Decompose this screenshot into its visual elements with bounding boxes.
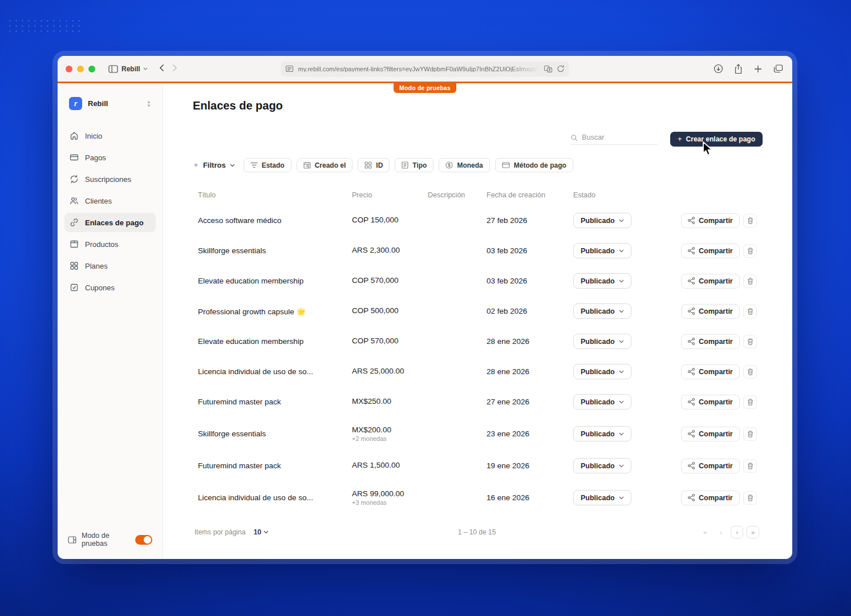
reload-icon[interactable] [557, 65, 565, 73]
share-link-button[interactable]: Compartir [681, 364, 740, 379]
chevron-down-icon [619, 432, 624, 436]
pagination-range: 1 – 10 de 15 [458, 528, 496, 536]
status-select[interactable]: Publicado [573, 334, 631, 349]
status-select[interactable]: Publicado [573, 273, 631, 289]
share-link-button[interactable]: Compartir [681, 491, 740, 505]
back-button[interactable] [159, 64, 164, 74]
row-date: 28 ene 2026 [487, 337, 573, 346]
filter-chip-metodo-de-pago[interactable]: Método de pago [495, 158, 573, 172]
sidebar-nav: Inicio Pagos Suscripciones [64, 126, 156, 297]
share-button-label: Compartir [699, 247, 733, 255]
delete-link-button[interactable] [743, 459, 757, 473]
status-select[interactable]: Publicado [573, 364, 631, 379]
share-link-button[interactable]: Compartir [681, 395, 740, 410]
status-select[interactable]: Publicado [573, 490, 631, 505]
sidebar-toggle-icon[interactable] [106, 62, 120, 76]
search-box[interactable] [571, 133, 658, 145]
row-price: ARS 99,000.00 +3 monedas [352, 489, 428, 506]
share-icon[interactable] [731, 62, 745, 76]
create-payment-link-button[interactable]: + Crear enlace de pago [670, 132, 763, 147]
sidebar-item-pagos[interactable]: Pagos [64, 148, 156, 167]
row-status-cell: Publicado [573, 394, 681, 410]
status-select[interactable]: Publicado [573, 458, 631, 473]
delete-link-button[interactable] [743, 214, 757, 228]
sidebar-item-enlaces-de-pago[interactable]: Enlaces de pago [64, 213, 156, 232]
share-link-button[interactable]: Compartir [681, 213, 740, 228]
downloads-icon[interactable] [711, 62, 726, 76]
workspace-switcher[interactable]: r Rebill ▲▼ [64, 97, 156, 110]
items-per-page-select[interactable]: 10 [253, 528, 269, 536]
share-nodes-icon [688, 338, 695, 345]
workspace-name: Rebill [88, 99, 141, 108]
share-button-label: Compartir [699, 368, 733, 376]
delete-link-button[interactable] [743, 305, 757, 318]
row-date: 03 feb 2026 [487, 246, 573, 255]
filter-chip-creado-el[interactable]: Creado el [297, 158, 353, 172]
row-status-cell: Publicado [573, 303, 681, 319]
next-page-button[interactable]: › [731, 526, 743, 538]
share-link-button[interactable]: Compartir [681, 427, 740, 441]
status-select[interactable]: Publicado [573, 303, 631, 319]
test-mode-toggle[interactable] [135, 535, 152, 545]
row-status-cell: Publicado [573, 273, 681, 289]
filter-chip-tipo[interactable]: Tipo [395, 158, 433, 172]
status-select[interactable]: Publicado [573, 426, 631, 441]
chevron-down-icon [619, 496, 624, 500]
address-bar[interactable]: my.rebill.com/es/payment-links?filters=e… [281, 61, 569, 76]
sidebar-item-cupones[interactable]: Cupones [64, 278, 156, 297]
sidebar-item-label: Clientes [85, 197, 112, 205]
price-main: ARS 2,300.00 [352, 246, 428, 254]
filter-chip-estado[interactable]: Estado [244, 158, 291, 172]
search-input[interactable] [582, 133, 658, 141]
sidebar-item-inicio[interactable]: Inicio [64, 126, 156, 145]
delete-link-button[interactable] [743, 395, 757, 409]
sidebar-item-clientes[interactable]: Clientes [64, 191, 156, 210]
new-tab-icon[interactable] [751, 62, 765, 76]
zoom-window-button[interactable] [88, 66, 95, 72]
row-status-cell: Publicado [573, 490, 681, 505]
sidebar-item-planes[interactable]: Planes [64, 256, 156, 275]
test-mode-icon [68, 536, 76, 544]
document-icon [402, 161, 408, 169]
filter-chip-id[interactable]: ID [358, 158, 390, 172]
forward-button[interactable] [172, 64, 177, 74]
row-status-cell: Publicado [573, 213, 681, 228]
share-link-button[interactable]: Compartir [681, 274, 740, 289]
status-select[interactable]: Publicado [573, 394, 631, 410]
first-page-button[interactable]: « [699, 526, 711, 538]
sidebar-item-suscripciones[interactable]: Suscripciones [64, 169, 156, 189]
delete-link-button[interactable] [743, 365, 757, 379]
share-button-label: Compartir [699, 494, 733, 502]
delete-link-button[interactable] [743, 335, 757, 348]
filter-lines-icon [250, 162, 258, 168]
price-main: ARS 1,500.00 [352, 461, 428, 469]
filters-menu-button[interactable]: ✦ Filtros [193, 161, 235, 169]
delete-link-button[interactable] [743, 244, 757, 258]
status-select[interactable]: Publicado [573, 243, 631, 258]
prev-page-button[interactable]: ‹ [715, 526, 727, 538]
chevron-down-icon [230, 164, 235, 167]
close-window-button[interactable] [66, 66, 72, 72]
table-body: Acceso software médico COP 150,000 27 fe… [198, 205, 757, 514]
status-select[interactable]: Publicado [573, 213, 631, 228]
pagination: « ‹ › » [699, 526, 759, 538]
delete-link-button[interactable] [743, 427, 757, 441]
filter-chip-moneda[interactable]: Moneda [439, 158, 489, 172]
sidebar-item-productos[interactable]: Productos [64, 234, 156, 254]
status-label: Publicado [581, 368, 615, 376]
row-price: ARS 25,000.00 [352, 367, 428, 376]
reader-mode-icon[interactable] [286, 66, 294, 72]
delete-link-button[interactable] [743, 274, 757, 288]
search-icon [571, 134, 577, 141]
translate-icon[interactable] [544, 65, 553, 72]
share-link-button[interactable]: Compartir [681, 304, 740, 319]
sidebar-item-label: Inicio [85, 132, 102, 140]
share-link-button[interactable]: Compartir [681, 334, 740, 349]
delete-link-button[interactable] [743, 491, 757, 505]
last-page-button[interactable]: » [747, 526, 759, 538]
browser-tab[interactable]: Rebill [121, 65, 148, 73]
minimize-window-button[interactable] [77, 66, 84, 72]
share-link-button[interactable]: Compartir [681, 459, 740, 473]
tab-overview-icon[interactable] [771, 62, 785, 76]
share-link-button[interactable]: Compartir [681, 244, 740, 258]
